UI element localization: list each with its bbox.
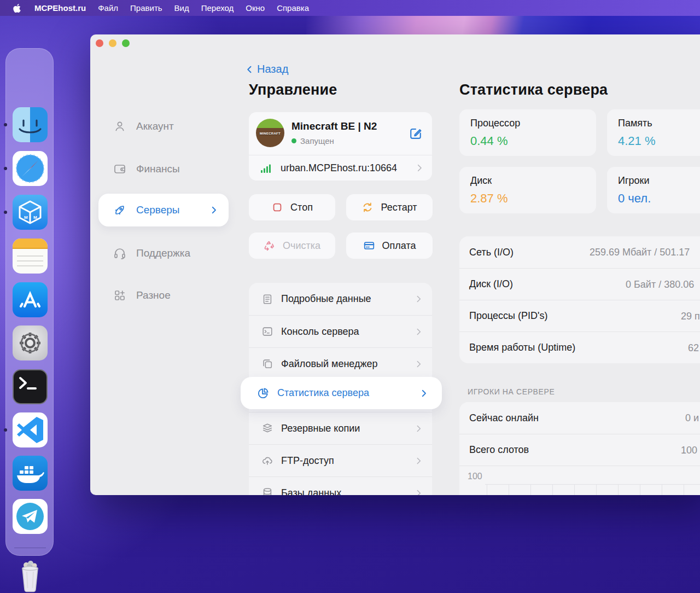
sidebar-item-support[interactable]: Поддержка [113, 241, 190, 265]
sidebar-item-label: Разное [136, 289, 171, 301]
row-label: Сейчас онлайн [469, 412, 539, 424]
stop-button[interactable]: Стоп [249, 194, 335, 220]
stop-icon [271, 201, 283, 213]
system-settings-icon[interactable] [13, 325, 48, 361]
menubar-item-file[interactable]: Файл [92, 3, 124, 13]
stat-value: 4.21 % [618, 134, 700, 148]
rocket-icon [113, 204, 126, 217]
vscode-running-indicator [4, 428, 7, 432]
svg-text:M: M [33, 215, 37, 220]
status-dot-icon [291, 138, 296, 143]
signal-bars-icon [260, 162, 272, 174]
server-status: Запущен [291, 136, 334, 146]
restart-icon [361, 201, 374, 213]
app-store-icon[interactable] [13, 282, 48, 317]
menu-item-details[interactable]: Подробные данные [249, 283, 432, 315]
sidebar-item-label: Поддержка [136, 247, 190, 259]
recycle-icon [264, 240, 276, 252]
server-name: Minecraft BE | N2 [291, 120, 377, 132]
sidebar-item-misc[interactable]: Разное [113, 283, 171, 307]
menu-item-ftp[interactable]: FTP-доступ [249, 444, 432, 476]
stat-row-processes: Процессы (PID's) 29 п [459, 300, 700, 332]
manage-title: Управление [249, 82, 337, 98]
sidebar-item-account[interactable]: Аккаунт [113, 114, 174, 138]
stat-row-online-now: Сейчас онлайн 0 и [459, 402, 700, 434]
server-avatar: MINECRAFT [256, 119, 284, 147]
zoom-button[interactable] [122, 39, 130, 47]
layers-icon [261, 422, 273, 434]
chevron-right-icon [414, 424, 423, 433]
row-label: Время работы (Uptime) [469, 342, 575, 353]
menu-item-databases[interactable]: Базы данных [249, 476, 432, 495]
edit-server-button[interactable] [408, 125, 423, 141]
menu-item-label: FTP-доступ [281, 455, 334, 467]
cleanup-button[interactable]: Очистка [249, 232, 335, 259]
stat-row-disk-io: Диск (I/O) 0 Байт / 380.06 [459, 268, 700, 300]
menubar-item-view[interactable]: Вид [168, 3, 195, 13]
user-icon [113, 120, 126, 133]
menu-bar: MCPEhost.ru Файл Править Вид Переход Окн… [0, 0, 700, 16]
menubar-app-name[interactable]: MCPEhost.ru [28, 3, 92, 13]
telegram-icon[interactable] [13, 499, 48, 534]
stat-row-total-slots: Всего слотов 100 [459, 434, 700, 466]
sidebar-item-label: Аккаунт [136, 120, 174, 132]
chart-y-tick: 100 [468, 472, 482, 481]
chevron-left-icon [245, 64, 255, 75]
chevron-right-icon [415, 163, 424, 173]
stat-label: Память [618, 118, 700, 129]
dock-divider [14, 548, 46, 548]
back-button[interactable]: Назад [245, 63, 288, 75]
stat-value: 0 чел. [618, 191, 700, 206]
safari-icon[interactable] [13, 151, 48, 186]
menu-item-label: Резервные копии [281, 423, 360, 434]
trash-icon[interactable] [13, 559, 48, 593]
menu-item-label: Подробные данные [281, 293, 371, 305]
menu-item-backups[interactable]: Резервные копии [249, 412, 432, 444]
stats-title: Статистика сервера [459, 82, 608, 98]
menu-item-files[interactable]: Файловый менеджер [249, 347, 432, 380]
sidebar-item-finance[interactable]: Финансы [113, 157, 180, 181]
stat-value: 2.87 % [470, 191, 585, 206]
menu-item-server-stats[interactable]: Статистика сервера [241, 377, 442, 409]
restart-button[interactable]: Рестарт [346, 194, 433, 220]
menubar-item-go[interactable]: Переход [195, 3, 240, 13]
server-card: MINECRAFT Minecraft BE | N2 Запущен urba… [249, 112, 432, 181]
vscode-icon[interactable] [13, 412, 48, 447]
stat-row-uptime: Время работы (Uptime) 62 [459, 332, 700, 363]
sidebar-item-servers[interactable]: Серверы [98, 194, 229, 226]
row-label: Процессы (PID's) [469, 310, 547, 322]
pie-chart-icon [256, 387, 270, 400]
finder-icon[interactable] [13, 107, 48, 142]
payment-label: Оплата [382, 240, 416, 252]
safari-running-indicator [4, 167, 7, 170]
row-value: 29 п [681, 310, 700, 322]
chevron-right-icon [414, 294, 423, 304]
stat-label: Процессор [470, 118, 585, 129]
notes-icon[interactable] [13, 239, 48, 274]
stat-card-players: Игроки 0 чел. [607, 167, 700, 213]
stat-label: Диск [470, 175, 585, 187]
chevron-right-icon [414, 489, 423, 496]
menubar-item-window[interactable]: Окно [240, 3, 271, 13]
docker-icon[interactable] [13, 456, 48, 491]
row-value: 0 и [685, 412, 699, 424]
stat-card-memory: Память 4.21 % [607, 109, 700, 156]
server-address-row[interactable]: urban.MCPEhost.ru:10664 [249, 155, 432, 181]
menubar-item-edit[interactable]: Править [124, 3, 168, 13]
stat-card-disk: Диск 2.87 % [459, 167, 596, 213]
menubar-item-help[interactable]: Справка [271, 3, 315, 13]
stat-card-cpu: Процессор 0.44 % [459, 109, 596, 156]
row-label: Сеть (I/O) [469, 247, 514, 258]
apple-menu-icon[interactable] [13, 3, 22, 13]
stat-value: 0.44 % [470, 134, 585, 148]
terminal-icon[interactable] [13, 369, 48, 404]
stat-label: Игроки [618, 175, 700, 187]
close-button[interactable] [96, 39, 103, 47]
payment-button[interactable]: Оплата [346, 232, 433, 259]
mcpehost-app-icon[interactable]: M M [13, 195, 48, 230]
menu-item-label: Файловый менеджер [281, 358, 378, 370]
players-section-header: ИГРОКИ НА СЕРВЕРЕ [468, 387, 555, 396]
chevron-right-icon [414, 456, 423, 466]
minimize-button[interactable] [109, 39, 116, 47]
menu-item-console[interactable]: Консоль сервера [249, 315, 432, 347]
